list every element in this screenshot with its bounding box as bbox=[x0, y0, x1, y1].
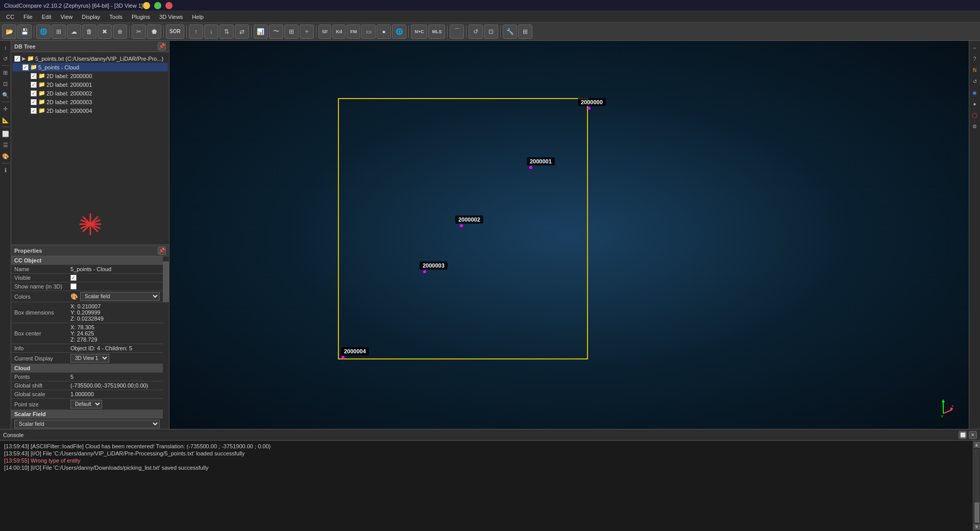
point-size-select[interactable]: Default 1 2 3 bbox=[70, 400, 102, 408]
arrow-up-button[interactable]: ↑ bbox=[189, 25, 203, 39]
new-cloud-button[interactable]: ☁ bbox=[67, 25, 81, 39]
menu-display[interactable]: Display bbox=[78, 13, 104, 21]
axes-button[interactable]: 🌐 bbox=[392, 25, 406, 39]
right-btn-help[interactable]: ? bbox=[970, 54, 979, 63]
menu-3dviews[interactable]: 3D Views bbox=[155, 13, 187, 21]
wave-button[interactable]: 〜 bbox=[269, 25, 283, 39]
right-btn-dot[interactable]: ● bbox=[970, 99, 979, 108]
tree-checkbox-label-2[interactable] bbox=[31, 90, 37, 96]
viewport-3d[interactable]: 2000000 2000001 2000002 2000003 2000004 … bbox=[169, 41, 969, 429]
tree-node-label-3[interactable]: 📁 2D label: 2000003 bbox=[12, 98, 168, 106]
move-button[interactable]: ↕ bbox=[1, 43, 10, 52]
right-btn-arrows[interactable]: ↔ bbox=[970, 43, 979, 52]
console-scroll-track[interactable] bbox=[974, 449, 979, 523]
mls-button[interactable]: MLS bbox=[428, 25, 445, 39]
zoom-rect-button[interactable]: ⊞ bbox=[1, 68, 10, 77]
tree-node-label-1[interactable]: 📁 2D label: 2000001 bbox=[12, 80, 168, 89]
tree-node-label-0[interactable]: 📁 2D label: 2000000 bbox=[12, 71, 168, 80]
menu-file[interactable]: File bbox=[19, 13, 37, 21]
plus-btn[interactable]: ＋ bbox=[300, 25, 314, 39]
prop-val-colors[interactable]: 🎨 Scalar field RGB Uniform bbox=[67, 291, 163, 302]
minimize-button[interactable]: − bbox=[143, 2, 150, 9]
menu-edit[interactable]: Edit bbox=[38, 13, 56, 21]
vert-button[interactable]: ⇅ bbox=[219, 25, 234, 39]
tree-node-label-2[interactable]: 📁 2D label: 2000002 bbox=[12, 89, 168, 98]
console-scroll-up[interactable]: ▲ bbox=[974, 442, 980, 448]
arrow-dn-button[interactable]: ↓ bbox=[204, 25, 218, 39]
zoom-in-button[interactable]: 🔍 bbox=[1, 90, 10, 100]
tools2-button[interactable]: 🔧 bbox=[503, 25, 517, 39]
scalar-field-select[interactable]: Scalar field bbox=[14, 420, 160, 428]
fm-button[interactable]: FM bbox=[347, 25, 360, 39]
nc-button[interactable]: N+C bbox=[411, 25, 427, 39]
menu-view[interactable]: View bbox=[57, 13, 77, 21]
kd-button[interactable]: Kd bbox=[332, 25, 346, 39]
console-body[interactable]: [13:59:43] [ASCIIFilter::loadFile] Cloud… bbox=[0, 441, 973, 531]
pick-button[interactable]: ✛ bbox=[1, 104, 10, 113]
open-button[interactable]: 📂 bbox=[2, 25, 16, 39]
tree-checkbox-label-1[interactable] bbox=[31, 82, 37, 88]
properties-pin-button[interactable]: 📌 bbox=[158, 247, 166, 255]
console-float-button[interactable]: ⬜ bbox=[959, 431, 967, 439]
prop-val-visible[interactable] bbox=[67, 274, 163, 282]
segment-button[interactable]: ⊞ bbox=[284, 25, 299, 39]
current-display-select[interactable]: 3D View 1 bbox=[70, 354, 109, 363]
tree-checkbox-label-0[interactable] bbox=[31, 73, 37, 79]
classify-button[interactable]: ⊞ bbox=[518, 25, 532, 39]
fit-button[interactable]: ⊡ bbox=[484, 25, 498, 39]
tree-node-label-4[interactable]: 📁 2D label: 2000004 bbox=[12, 106, 168, 115]
visible-checkbox[interactable] bbox=[70, 275, 77, 281]
db-tree-pin-button[interactable]: 📌 bbox=[158, 42, 166, 51]
grid-button[interactable]: ⊞ bbox=[52, 25, 66, 39]
curve-button[interactable]: ⌒ bbox=[450, 25, 464, 39]
sf-button[interactable]: SF bbox=[318, 25, 332, 39]
right-btn-circle[interactable]: ◉ bbox=[970, 88, 979, 97]
db-tree-content[interactable]: ▶ 📁 5_points.txt (C:/Users/danny/VIP_LiD… bbox=[11, 52, 169, 204]
properties-scrollbar-thumb[interactable] bbox=[163, 261, 169, 302]
prop-val-pointsize[interactable]: Default 1 2 3 bbox=[67, 399, 163, 410]
colors-select[interactable]: Scalar field RGB Uniform bbox=[80, 292, 160, 301]
right-btn-rotate[interactable]: ↺ bbox=[970, 77, 979, 86]
showname-checkbox[interactable] bbox=[70, 283, 77, 289]
rect-button[interactable]: ▭ bbox=[361, 25, 376, 39]
info-button[interactable]: ℹ bbox=[1, 165, 10, 175]
close-button[interactable]: ✕ bbox=[165, 2, 173, 9]
menu-tools[interactable]: Tools bbox=[105, 13, 127, 21]
layers-button[interactable]: ☰ bbox=[1, 140, 10, 150]
palette-button[interactable]: 🎨 bbox=[1, 152, 10, 161]
sor-button[interactable]: SOR bbox=[166, 25, 184, 39]
scissors-button[interactable]: ✂ bbox=[132, 25, 146, 39]
properties-scrollbar[interactable] bbox=[163, 256, 169, 429]
tree-checkbox-label-3[interactable] bbox=[31, 99, 37, 105]
prop-val-showname[interactable] bbox=[67, 282, 163, 291]
right-btn-red[interactable]: ◯ bbox=[970, 110, 979, 119]
menu-cc[interactable]: CC bbox=[2, 13, 18, 21]
menu-help[interactable]: Help bbox=[188, 13, 208, 21]
console-scrollbar[interactable]: ▲ ▼ bbox=[973, 441, 980, 531]
chart-button[interactable]: 📊 bbox=[254, 25, 268, 39]
menu-plugins[interactable]: Plugins bbox=[128, 13, 154, 21]
globe-button[interactable]: 🌐 bbox=[36, 25, 51, 39]
prop-val-display[interactable]: 3D View 1 bbox=[67, 353, 163, 364]
tree-checkbox-cloud[interactable] bbox=[22, 64, 29, 70]
right-btn-settings[interactable]: ⚙ bbox=[970, 122, 979, 131]
zoom-fit-button[interactable]: ⊡ bbox=[1, 79, 10, 88]
sphere-button[interactable]: ● bbox=[377, 25, 391, 39]
tree-node-cloud[interactable]: 📁 5_points - Cloud bbox=[12, 63, 168, 71]
refresh-button[interactable]: ↺ bbox=[469, 25, 483, 39]
delete-button[interactable]: 🗑 bbox=[82, 25, 96, 39]
tree-checkbox-file[interactable] bbox=[14, 56, 20, 62]
rotate-button[interactable]: ↺ bbox=[1, 54, 10, 63]
horiz-button[interactable]: ⇄ bbox=[235, 25, 249, 39]
console-close-button[interactable]: ✕ bbox=[969, 431, 977, 439]
console-scroll-thumb[interactable] bbox=[974, 502, 979, 523]
cross-button[interactable]: ✖ bbox=[97, 25, 112, 39]
split-button[interactable]: ⬜ bbox=[1, 129, 10, 138]
console-scroll-down[interactable]: ▼ bbox=[974, 524, 980, 530]
sample-button[interactable]: ⬟ bbox=[147, 25, 161, 39]
tree-node-file[interactable]: ▶ 📁 5_points.txt (C:/Users/danny/VIP_LiD… bbox=[12, 54, 168, 63]
merge-button[interactable]: ⊕ bbox=[113, 25, 127, 39]
tree-checkbox-label-4[interactable] bbox=[31, 108, 37, 114]
right-btn-n[interactable]: N bbox=[970, 65, 979, 75]
save-button[interactable]: 💾 bbox=[17, 25, 32, 39]
